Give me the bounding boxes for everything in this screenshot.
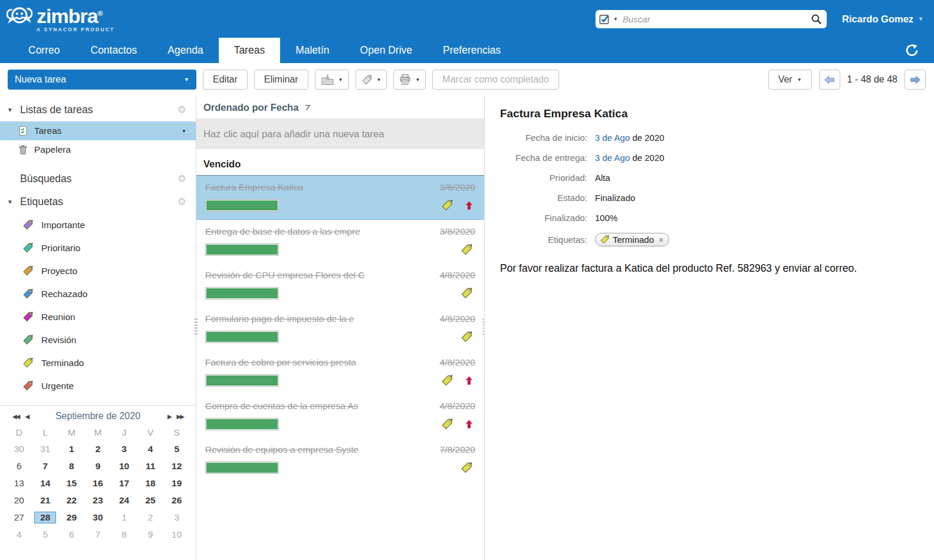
calendar-day[interactable]: 3 (170, 512, 183, 523)
mark-completed-button[interactable]: Marcar como completado (432, 70, 559, 90)
tab-open-drive[interactable]: Open Drive (345, 38, 428, 63)
tag-chip-terminado[interactable]: Terminado × (595, 233, 669, 246)
gear-icon[interactable]: ⚙ (177, 173, 186, 185)
due-date-link[interactable]: 3 de Ago (595, 153, 630, 163)
sidebar-item-tareas[interactable]: Tareas ▼ (0, 121, 196, 140)
sidebar-tag-importante[interactable]: Importante (0, 213, 196, 236)
calendar-day[interactable]: 19 (167, 477, 186, 489)
sidebar-tag-urgente[interactable]: Urgente (0, 374, 196, 397)
new-task-button[interactable]: Nueva tarea ▼ (8, 70, 196, 90)
calendar-next-year-icon[interactable]: ▶▶ (174, 413, 186, 420)
sidebar-tag-proyecto[interactable]: Proyecto (0, 259, 196, 282)
move-to-folder-button[interactable]: ▼ (315, 70, 349, 90)
user-menu[interactable]: Ricardo Gomez ▼ (842, 14, 923, 25)
tab-contactos[interactable]: Contactos (75, 38, 153, 63)
calendar-day[interactable]: 5 (39, 529, 52, 541)
sidebar-tag-reunion[interactable]: Reunion (0, 305, 196, 328)
tab-tareas[interactable]: Tareas (219, 38, 281, 63)
remove-tag-icon[interactable]: × (659, 235, 663, 245)
task-row[interactable]: Compra de cuentas de la empresa As 4/8/2… (196, 394, 484, 438)
calendar-day[interactable]: 10 (115, 460, 133, 472)
sidebar-tag-rechazado[interactable]: Rechazado (0, 282, 196, 305)
calendar-day[interactable]: 5 (170, 443, 183, 455)
calendar-day[interactable]: 9 (144, 529, 157, 541)
calendar-day[interactable]: 4 (144, 443, 157, 455)
calendar-day[interactable]: 18 (142, 477, 160, 489)
calendar-day[interactable]: 23 (88, 495, 107, 506)
calendar-day[interactable]: 6 (12, 460, 26, 472)
tasklist-resize-handle[interactable] (482, 319, 485, 337)
calendar-day[interactable]: 16 (88, 477, 107, 489)
tab-preferencias[interactable]: Preferencias (427, 38, 516, 63)
sort-header[interactable]: Ordenado por Fecha (196, 96, 484, 119)
print-button[interactable]: ▼ (393, 70, 426, 90)
tab-maletin[interactable]: Maletín (280, 38, 344, 63)
calendar-day[interactable]: 7 (91, 529, 105, 541)
task-lists-header[interactable]: ▼ Listas de tareas ⚙ (0, 98, 196, 121)
task-row[interactable]: Revisión de CPU empresa Flores del C 4/8… (196, 263, 484, 307)
task-row[interactable]: Entrega de base de datos a las empre 3/8… (196, 220, 484, 263)
calendar-day[interactable]: 29 (63, 512, 81, 523)
next-page-button[interactable] (905, 70, 926, 90)
gear-icon[interactable]: ⚙ (177, 196, 186, 208)
chevron-down-icon[interactable]: ▼ (182, 129, 186, 134)
calendar-day[interactable]: 21 (36, 495, 54, 506)
tab-agenda[interactable]: Agenda (152, 38, 218, 63)
calendar-day[interactable]: 9 (91, 460, 105, 472)
gear-icon[interactable]: ⚙ (177, 104, 186, 116)
calendar-day[interactable]: 27 (10, 512, 28, 523)
calendar-day[interactable]: 8 (65, 460, 78, 472)
calendar-day[interactable]: 24 (115, 495, 133, 506)
calendar-day[interactable]: 20 (10, 495, 28, 506)
calendar-day[interactable]: 1 (65, 443, 78, 455)
refresh-icon[interactable] (905, 38, 919, 63)
search-icon[interactable] (811, 14, 822, 25)
calendar-day[interactable]: 31 (36, 443, 54, 455)
calendar-day[interactable]: 30 (88, 512, 107, 523)
prev-page-button[interactable] (819, 70, 840, 90)
calendar-prev-month-icon[interactable]: ◀ (22, 413, 31, 420)
calendar-day[interactable]: 28 (34, 512, 56, 523)
task-row[interactable]: Factura Empresa Katica 3/8/2020 (196, 175, 484, 220)
collapse-triangle-icon[interactable]: ▼ (7, 199, 20, 205)
calendar-day[interactable]: 22 (63, 495, 81, 506)
task-row[interactable]: Factura de cobro por servicios presta 4/… (196, 351, 484, 394)
calendar-day[interactable]: 30 (10, 443, 28, 455)
calendar-day[interactable]: 10 (167, 529, 186, 541)
tab-correo[interactable]: Correo (13, 38, 75, 63)
task-row[interactable]: Formulario pago de impuesto de la e 4/8/… (196, 307, 484, 351)
calendar-day[interactable]: 4 (12, 529, 26, 541)
view-button[interactable]: Ver ▼ (768, 70, 812, 90)
calendar-day[interactable]: 13 (10, 477, 28, 489)
delete-button[interactable]: Eliminar (254, 70, 308, 90)
calendar-day[interactable]: 12 (167, 460, 186, 472)
sidebar-tag-prioritario[interactable]: Prioritario (0, 236, 196, 259)
search-input[interactable] (618, 14, 811, 24)
calendar-day[interactable]: 6 (65, 529, 78, 541)
calendar-day[interactable]: 1 (117, 512, 131, 523)
search-scope-selector[interactable]: ▼ (599, 14, 618, 25)
task-row[interactable]: Revisión de equipos a empresa Syste 7/8/… (196, 438, 484, 482)
calendar-day[interactable]: 25 (142, 495, 160, 506)
calendar-next-month-icon[interactable]: ▶ (165, 413, 174, 420)
calendar-day[interactable]: 7 (39, 460, 52, 472)
sidebar-tag-revision[interactable]: Revisión (0, 328, 196, 351)
tags-header[interactable]: ▼ Etiquetas ⚙ (0, 190, 196, 213)
calendar-day[interactable]: 2 (144, 512, 157, 523)
add-task-bar[interactable]: Haz clic aquí para añadir una nueva tare… (196, 119, 484, 149)
calendar-day[interactable]: 15 (63, 477, 81, 489)
calendar-day[interactable]: 2 (91, 443, 105, 455)
edit-button[interactable]: Editar (203, 70, 248, 90)
collapse-triangle-icon[interactable]: ▼ (7, 107, 20, 113)
calendar-prev-year-icon[interactable]: ◀◀ (9, 413, 22, 420)
tag-button[interactable]: ▼ (356, 70, 387, 90)
calendar-day[interactable]: 14 (36, 477, 54, 489)
calendar-day[interactable]: 8 (117, 529, 131, 541)
calendar-day[interactable]: 11 (142, 460, 159, 472)
calendar-day[interactable]: 3 (117, 443, 131, 455)
calendar-day[interactable]: 17 (115, 477, 133, 489)
sidebar-item-papelera[interactable]: Papelera (0, 140, 196, 159)
sidebar-tag-terminado[interactable]: Terminado (0, 351, 196, 374)
start-date-link[interactable]: 3 de Ago (595, 133, 630, 143)
searches-header[interactable]: Búsquedas ⚙ (0, 167, 196, 190)
